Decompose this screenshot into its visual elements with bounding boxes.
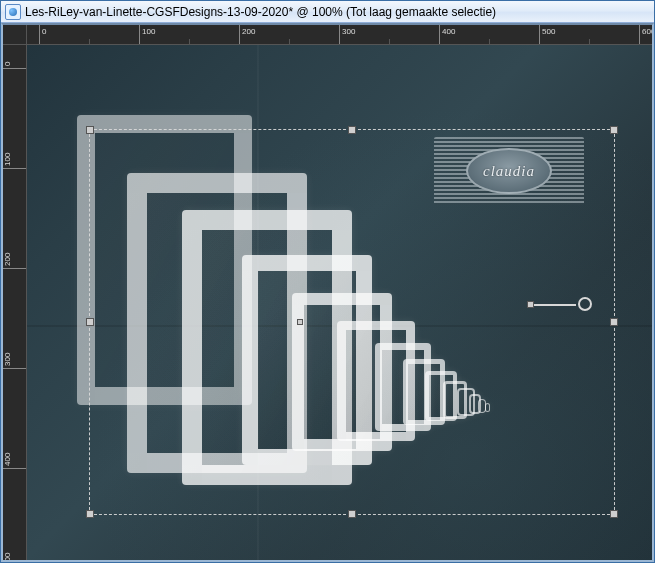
- rotation-pivot-icon[interactable]: [578, 297, 592, 311]
- ruler-v-tick: 400: [3, 453, 27, 469]
- ruler-vertical[interactable]: 0 100 200 300 400 500: [3, 45, 27, 560]
- ruler-v-tick: 0: [3, 62, 27, 69]
- frame-rect: [485, 403, 490, 412]
- ruler-v-tick: 100: [3, 153, 27, 169]
- ruler-horizontal[interactable]: 0 100 200 300 400 500 600: [27, 25, 652, 45]
- ruler-h-tick: 300: [339, 25, 355, 45]
- ruler-v-tick: 200: [3, 253, 27, 269]
- ruler-h-tick: 0: [39, 25, 46, 45]
- ruler-v-tick: 300: [3, 353, 27, 369]
- ruler-h-tick: 100: [139, 25, 155, 45]
- rotation-pivot-end[interactable]: [527, 301, 534, 308]
- ruler-v-tick: 500: [3, 553, 27, 560]
- ruler-h-tick: 200: [239, 25, 255, 45]
- ruler-h-tick: 600: [639, 25, 652, 45]
- watermark: claudia: [434, 137, 584, 205]
- watermark-text: claudia: [483, 163, 535, 180]
- selection-handle-br[interactable]: [610, 510, 618, 518]
- app-icon: [5, 4, 21, 20]
- watermark-badge: claudia: [466, 148, 552, 194]
- window-title: Les-RiLey-van-Linette-CGSFDesigns-13-09-…: [25, 5, 496, 19]
- selection-handle-mr[interactable]: [610, 318, 618, 326]
- titlebar[interactable]: Les-RiLey-van-Linette-CGSFDesigns-13-09-…: [1, 1, 654, 23]
- workspace: 0 100 200 300 400 500 600 0 100 200 300 …: [1, 23, 654, 562]
- document-window: Les-RiLey-van-Linette-CGSFDesigns-13-09-…: [0, 0, 655, 563]
- selection-handle-tr[interactable]: [610, 126, 618, 134]
- ruler-h-tick: 500: [539, 25, 555, 45]
- canvas[interactable]: claudia: [27, 45, 652, 560]
- ruler-h-tick: 400: [439, 25, 455, 45]
- ruler-origin[interactable]: [3, 25, 27, 45]
